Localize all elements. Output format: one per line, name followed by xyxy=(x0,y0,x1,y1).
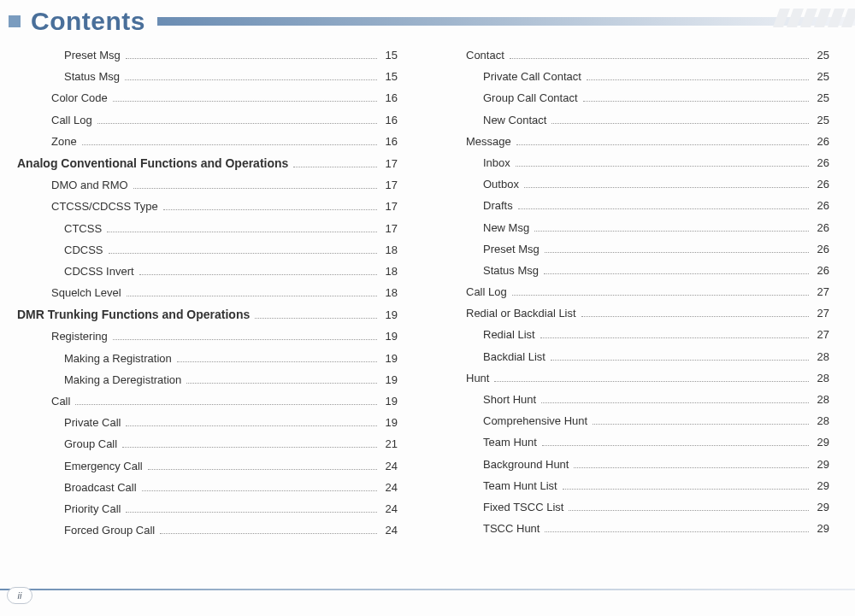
toc-page-number: 28 xyxy=(812,373,829,384)
toc-row: Call Log27 xyxy=(449,286,829,297)
toc-label: Hunt xyxy=(466,373,489,384)
toc-label: Background Hunt xyxy=(483,459,569,470)
toc-dots xyxy=(516,144,809,145)
toc-dots xyxy=(127,296,377,296)
toc-label: CTCSS/CDCSS Type xyxy=(51,201,158,212)
toc-dots xyxy=(126,58,377,59)
toc-dots xyxy=(545,252,809,253)
toc-dots xyxy=(574,467,809,468)
toc-page-number: 24 xyxy=(380,461,398,472)
toc-row: CTCSS/CDCSS Type17 xyxy=(17,201,398,212)
toc-page-number: 21 xyxy=(380,438,398,449)
toc-row: Hunt28 xyxy=(449,373,829,384)
toc-dots xyxy=(107,232,377,232)
toc-dots xyxy=(122,447,377,448)
toc-page-number: 19 xyxy=(380,396,398,407)
toc-label: Private Call Contact xyxy=(483,71,581,82)
toc-label: Team Hunt xyxy=(483,437,537,448)
toc-label: Zone xyxy=(51,136,77,147)
toc-label: Preset Msg xyxy=(64,50,121,61)
toc-page-number: 26 xyxy=(812,243,829,255)
toc-dots xyxy=(160,533,377,534)
toc-dots xyxy=(82,144,377,145)
toc-label: Message xyxy=(466,136,511,147)
toc-dots xyxy=(126,425,377,426)
toc-page-number: 19 xyxy=(380,309,398,320)
page-title: Contents xyxy=(31,7,145,36)
toc-dots xyxy=(534,231,809,232)
toc-row: Emergency Call24 xyxy=(17,461,398,472)
toc-label: Redial or Backdial List xyxy=(466,308,576,319)
toc-page-number: 18 xyxy=(380,244,398,255)
toc-page-number: 29 xyxy=(812,437,829,448)
toc-row: Short Hunt28 xyxy=(449,394,829,405)
toc-dots xyxy=(516,166,809,167)
toc-page-number: 19 xyxy=(380,331,398,342)
toc-right-column: Contact25Private Call Contact25Group Cal… xyxy=(449,50,829,546)
toc-page-number: 16 xyxy=(380,92,398,103)
toc-page-number: 27 xyxy=(812,308,829,319)
toc-page-number: 25 xyxy=(812,114,829,126)
toc-label: Private Call xyxy=(64,417,121,428)
toc-label: New Contact xyxy=(483,114,546,126)
toc-dots xyxy=(551,360,809,361)
header-stripes-icon xyxy=(773,9,855,27)
toc-dots xyxy=(593,424,809,425)
toc-label: Registering xyxy=(51,331,108,342)
toc-dots xyxy=(109,253,377,254)
toc-label: CDCSS xyxy=(64,244,103,255)
toc-page-number: 16 xyxy=(380,136,398,147)
toc-row: Registering19 xyxy=(17,331,398,342)
toc-dots xyxy=(541,402,809,403)
toc-row: Contact25 xyxy=(449,50,829,61)
toc-row: DMR Trunking Functions and Operations19 xyxy=(17,308,398,320)
toc-dots xyxy=(540,337,809,338)
toc-dots xyxy=(512,295,809,296)
toc-dots xyxy=(563,489,809,490)
toc-page-number: 27 xyxy=(812,329,829,340)
toc-page-number: 24 xyxy=(380,482,398,493)
toc-dots xyxy=(581,316,809,317)
toc-dots xyxy=(524,187,809,188)
toc-label: Group Call Contact xyxy=(483,92,578,103)
toc-label: DMR Trunking Functions and Operations xyxy=(17,308,250,320)
toc-label: Priority Call xyxy=(64,503,121,514)
toc-label: New Msg xyxy=(483,222,529,233)
toc-label: Forced Group Call xyxy=(64,525,155,536)
toc-row: Status Msg26 xyxy=(449,265,829,276)
toc-page-number: 26 xyxy=(812,200,829,211)
toc-label: Making a Deregistration xyxy=(64,374,181,385)
toc-row: DMO and RMO17 xyxy=(17,179,398,191)
toc-label: CTCSS xyxy=(64,223,102,234)
toc-row: Message26 xyxy=(449,136,829,147)
toc-row: Comprehensive Hunt28 xyxy=(449,415,829,426)
toc-row: Backdial List28 xyxy=(449,351,829,362)
toc-page-number: 15 xyxy=(380,50,398,61)
toc-label: Making a Registration xyxy=(64,353,172,364)
toc-page-number: 17 xyxy=(380,223,398,234)
toc-page-number: 28 xyxy=(812,351,829,362)
toc-page-number: 29 xyxy=(812,523,829,534)
toc-dots xyxy=(587,79,809,80)
toc-page-number: 24 xyxy=(380,503,398,514)
header-gradient-line xyxy=(157,17,855,26)
toc-row: Private Call Contact25 xyxy=(449,71,829,82)
toc-page-number: 18 xyxy=(380,287,398,298)
toc-row: Priority Call24 xyxy=(17,503,398,514)
toc-page-number: 15 xyxy=(380,71,398,82)
toc-page-number: 26 xyxy=(812,136,829,147)
toc-row: Group Call21 xyxy=(17,438,398,449)
toc-label: Broadcast Call xyxy=(64,482,137,493)
toc-label: Outbox xyxy=(483,179,519,190)
toc-row: Redial List27 xyxy=(449,329,829,340)
toc-dots xyxy=(569,510,809,511)
toc-row: Status Msg15 xyxy=(17,71,398,82)
toc-row: Inbox26 xyxy=(449,157,829,168)
toc-dots xyxy=(142,490,377,491)
toc-row: Group Call Contact25 xyxy=(449,92,829,103)
toc-label: Preset Msg xyxy=(483,243,540,255)
toc-row: CTCSS17 xyxy=(17,223,398,234)
toc-row: Forced Group Call24 xyxy=(17,525,398,536)
toc-row: Background Hunt29 xyxy=(449,459,829,470)
toc-page-number: 26 xyxy=(812,179,829,190)
